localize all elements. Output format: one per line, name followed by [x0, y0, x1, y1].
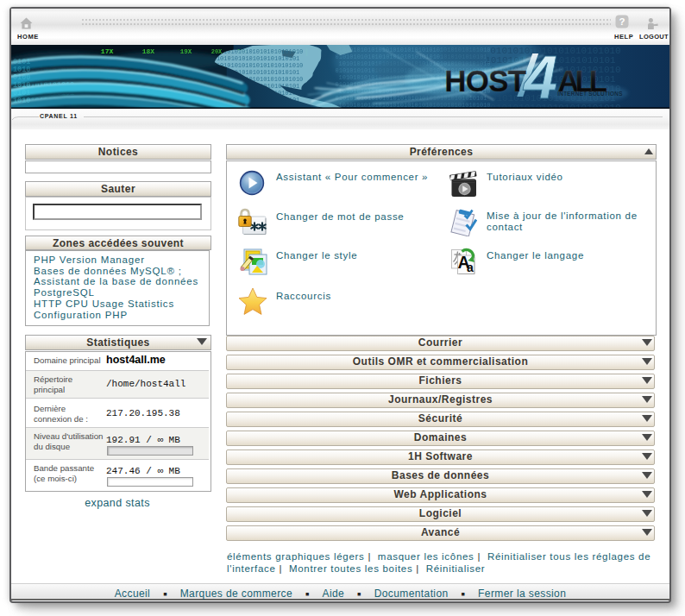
svg-text:010101010101010101010101: 010101010101010101010101 [213, 55, 300, 62]
svg-text:17X: 17X [101, 47, 114, 55]
svg-text:19X: 19X [180, 48, 192, 55]
svg-text:INTERNET SOLUTIONS: INTERNET SOLUTIONS [557, 91, 623, 97]
svg-text:HOST: HOST [444, 64, 526, 97]
svg-text:1010: 1010 [13, 97, 30, 105]
svg-text:101010101010101010101010: 101010101010101010101010 [217, 62, 304, 69]
svg-text:a: a [467, 261, 474, 274]
svg-text:4: 4 [522, 45, 557, 109]
svg-text:18X: 18X [142, 47, 155, 55]
svg-text:?: ? [619, 16, 625, 27]
